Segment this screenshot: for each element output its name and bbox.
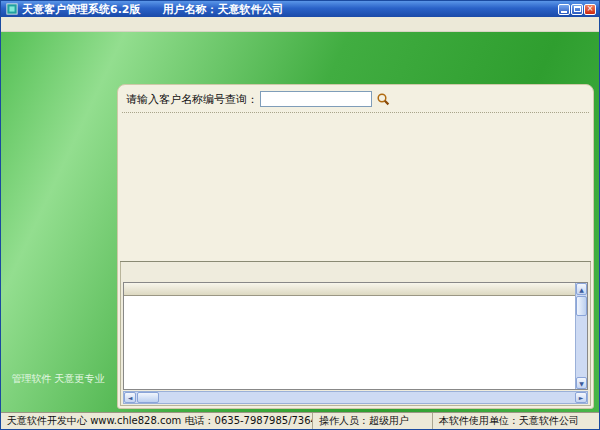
detail-tabs	[120, 245, 591, 262]
minimize-icon	[561, 11, 567, 13]
main-area: 管理软件 天意更专业 请输入客户名称编号查询：	[1, 32, 599, 412]
status-company-info: 天意软件开发中心 www.chle828.com 电话：0635-7987985…	[1, 413, 313, 429]
maximize-icon	[574, 6, 581, 12]
scroll-left-icon[interactable]: ◄	[124, 392, 136, 403]
vertical-scroll-thumb[interactable]	[576, 296, 587, 316]
tab-content-panel: ▲ ▼ ◄ ►	[120, 262, 591, 406]
horizontal-scrollbar[interactable]: ◄ ►	[123, 391, 588, 404]
status-bar: 天意软件开发中心 www.chle828.com 电话：0635-7987985…	[1, 412, 599, 429]
window-controls: ×	[558, 4, 596, 15]
minimize-button[interactable]	[558, 4, 570, 15]
title-bar: 天意客户管理系统6.2版 用户名称：天意软件公司 ×	[1, 1, 599, 17]
sidebar: 管理软件 天意更专业	[1, 81, 115, 412]
search-row: 请输入客户名称编号查询：	[126, 89, 589, 109]
customer-panel: 请输入客户名称编号查询： ▲ ▼	[117, 84, 594, 409]
sidebar-footer-slogan: 管理软件 天意更专业	[1, 372, 115, 386]
close-button[interactable]: ×	[584, 4, 596, 15]
window-title: 天意客户管理系统6.2版	[22, 2, 141, 17]
maximize-button[interactable]	[571, 4, 583, 15]
divider	[122, 112, 589, 113]
status-operator: 操作人员：超级用户	[313, 413, 433, 429]
app-icon	[6, 3, 18, 15]
scroll-right-icon[interactable]: ►	[575, 392, 587, 403]
customer-search-input[interactable]	[260, 91, 372, 107]
app-window: 天意客户管理系统6.2版 用户名称：天意软件公司 × 管理软件 天意更专业 请输…	[0, 0, 600, 430]
table-header	[124, 283, 575, 296]
menu-bar	[1, 17, 599, 32]
horizontal-scroll-thumb[interactable]	[137, 392, 159, 403]
window-user-label: 用户名称：天意软件公司	[163, 2, 284, 17]
reminder-table: ▲ ▼	[123, 282, 588, 390]
scroll-up-icon[interactable]: ▲	[576, 283, 587, 295]
scroll-down-icon[interactable]: ▼	[576, 377, 587, 389]
vertical-scrollbar[interactable]: ▲ ▼	[575, 283, 587, 389]
search-icon[interactable]	[376, 92, 390, 106]
status-license-unit: 本软件使用单位：天意软件公司	[433, 413, 599, 429]
record-toolbar	[123, 263, 588, 281]
search-label: 请输入客户名称编号查询：	[126, 92, 258, 107]
